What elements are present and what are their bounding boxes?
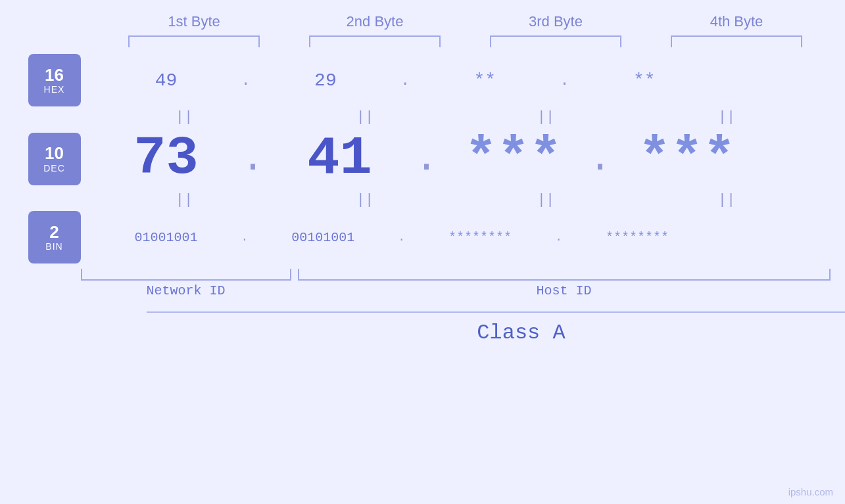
dec-val-2: 41: [268, 128, 412, 189]
hex-badge-num: 16: [45, 66, 64, 85]
dec-sep-1: .: [239, 137, 268, 181]
dec-sep-2: .: [412, 137, 441, 181]
bin-sep-1: .: [239, 231, 251, 244]
eq2-3: ||: [473, 192, 618, 208]
bin-values: 01001001 . 00101001 . ******** . *******…: [94, 230, 817, 245]
hex-val-2: 29: [253, 70, 398, 91]
hex-val-4: **: [572, 70, 717, 91]
dec-val-1: 73: [94, 128, 239, 189]
bracket-3: [490, 35, 621, 47]
col-header-3: 3rd Byte: [483, 13, 628, 30]
class-row: Class A: [147, 311, 846, 345]
bin-val-4: ********: [565, 230, 710, 245]
network-id-label: Network ID: [81, 283, 291, 298]
bin-badge-label: BIN: [45, 241, 62, 252]
col-header-2: 2nd Byte: [302, 13, 447, 30]
watermark: ipshu.com: [788, 486, 833, 497]
bin-sep-3: .: [552, 231, 565, 244]
hex-val-1: 49: [94, 70, 239, 91]
bin-row: 2 BIN 01001001 . 00101001 . ******** . *…: [28, 211, 817, 263]
bin-val-2: 00101001: [251, 230, 395, 245]
hex-row: 16 HEX 49 . 29 . ** . **: [28, 54, 817, 106]
bottom-brackets: [81, 269, 831, 281]
column-headers: 1st Byte 2nd Byte 3rd Byte 4th Byte: [104, 13, 827, 30]
dec-val-4: ***: [615, 128, 760, 189]
dec-badge-num: 10: [45, 144, 64, 163]
eq-4: ||: [654, 109, 799, 126]
top-brackets: [104, 35, 827, 47]
bracket-4: [671, 35, 802, 47]
hex-badge-label: HEX: [44, 84, 65, 95]
eq-1: ||: [112, 109, 256, 126]
hex-sep-3: .: [557, 72, 571, 89]
col-header-1: 1st Byte: [122, 13, 266, 30]
dec-values: 73 . 41 . *** . ***: [94, 128, 817, 189]
eq2-4: ||: [654, 192, 799, 208]
host-bracket: [298, 269, 831, 281]
eq2-1: ||: [112, 192, 256, 208]
network-bracket: [81, 269, 291, 281]
col-header-4: 4th Byte: [664, 13, 809, 30]
dec-sep-3: .: [586, 137, 615, 181]
hex-sep-2: .: [398, 72, 412, 89]
eq-3: ||: [473, 109, 618, 126]
bin-val-3: ********: [408, 230, 552, 245]
dec-badge-label: DEC: [43, 163, 65, 173]
equals-row-2: || || || ||: [94, 189, 817, 211]
bottom-section: Network ID Host ID Class A: [81, 269, 831, 345]
bin-badge: 2 BIN: [28, 211, 81, 263]
hex-sep-1: .: [239, 72, 253, 89]
eq2-2: ||: [293, 192, 437, 208]
dec-val-3: ***: [441, 128, 586, 189]
bottom-labels: Network ID Host ID: [81, 283, 831, 298]
dec-row: 10 DEC 73 . 41 . *** . ***: [28, 128, 817, 189]
eq-2: ||: [293, 109, 437, 126]
class-label: Class A: [477, 321, 565, 345]
host-id-label: Host ID: [298, 283, 831, 298]
bracket-1: [128, 35, 260, 47]
equals-row-1: || || || ||: [94, 106, 817, 128]
dec-badge: 10 DEC: [28, 133, 81, 185]
bin-badge-num: 2: [49, 223, 59, 242]
bin-sep-2: .: [395, 231, 408, 244]
bin-val-1: 01001001: [94, 230, 239, 245]
bracket-2: [309, 35, 441, 47]
hex-val-3: **: [412, 70, 557, 91]
hex-values: 49 . 29 . ** . **: [94, 70, 817, 91]
main-container: 1st Byte 2nd Byte 3rd Byte 4th Byte 16 H…: [0, 0, 845, 504]
hex-badge: 16 HEX: [28, 54, 81, 106]
